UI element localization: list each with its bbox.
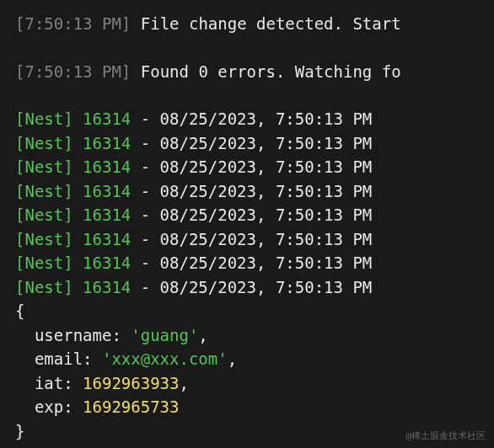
nest-sep: - xyxy=(131,109,159,128)
nest-timestamp: 08/25/2023, 7:50:13 PM xyxy=(160,109,373,128)
email-value: 'xxx@xxx.com' xyxy=(102,349,228,368)
nest-tag: [Nest] 16314 xyxy=(15,134,131,152)
nest-log-line: [Nest] 16314 - 08/25/2023, 7:50:13 PM xyxy=(15,203,487,227)
nest-timestamp: 08/25/2023, 7:50:13 PM xyxy=(160,253,373,272)
email-key: email: xyxy=(35,349,102,368)
object-email: email: 'xxx@xxx.com', xyxy=(15,347,487,371)
watcher-msg-1: File change detected. Start xyxy=(131,14,400,33)
blank-line xyxy=(15,83,487,107)
nest-timestamp: 08/25/2023, 7:50:13 PM xyxy=(160,205,373,224)
nest-log-container: [Nest] 16314 - 08/25/2023, 7:50:13 PM[Ne… xyxy=(15,107,487,299)
nest-sep: - xyxy=(131,182,159,200)
nest-timestamp: 08/25/2023, 7:50:13 PM xyxy=(160,157,373,176)
bracket-open: [ xyxy=(15,62,24,81)
bracket-close: ] xyxy=(121,62,131,81)
nest-tag: [Nest] 16314 xyxy=(15,230,131,248)
comma: , xyxy=(198,326,207,344)
object-iat: iat: 1692963933, xyxy=(15,371,487,396)
nest-tag: [Nest] 16314 xyxy=(15,253,131,272)
object-open: { xyxy=(15,299,487,323)
iat-key: iat: xyxy=(35,374,83,392)
nest-tag: [Nest] 16314 xyxy=(15,278,131,296)
nest-log-line: [Nest] 16314 - 08/25/2023, 7:50:13 PM xyxy=(15,275,487,300)
watcher-msg-2: Found 0 errors. Watching fo xyxy=(131,62,400,81)
nest-tag: [Nest] 16314 xyxy=(15,205,131,224)
nest-tag: [Nest] 16314 xyxy=(15,109,131,128)
exp-key: exp: xyxy=(35,397,83,416)
nest-log-line: [Nest] 16314 - 08/25/2023, 7:50:13 PM xyxy=(15,227,487,252)
bracket-close: ] xyxy=(121,14,131,33)
nest-sep: - xyxy=(131,157,159,176)
nest-sep: - xyxy=(131,205,159,224)
blank-line xyxy=(15,36,487,60)
watcher-line-1: [7:50:13 PM] File change detected. Start xyxy=(15,12,487,36)
nest-log-line: [Nest] 16314 - 08/25/2023, 7:50:13 PM xyxy=(15,179,487,204)
watcher-time-1: 7:50:13 PM xyxy=(24,14,121,33)
bracket-open: [ xyxy=(15,14,24,33)
watermark: @稀土掘金技术社区 xyxy=(405,429,486,444)
nest-sep: - xyxy=(131,230,159,248)
object-exp: exp: 1692965733 xyxy=(15,395,487,419)
nest-log-line: [Nest] 16314 - 08/25/2023, 7:50:13 PM xyxy=(15,155,487,179)
nest-sep: - xyxy=(131,253,159,272)
watcher-time-2: 7:50:13 PM xyxy=(24,62,121,81)
nest-tag: [Nest] 16314 xyxy=(15,157,131,176)
nest-sep: - xyxy=(131,134,159,152)
nest-sep: - xyxy=(131,278,159,296)
nest-tag: [Nest] 16314 xyxy=(15,182,131,200)
nest-timestamp: 08/25/2023, 7:50:13 PM xyxy=(160,134,373,152)
watcher-line-2: [7:50:13 PM] Found 0 errors. Watching fo xyxy=(15,60,487,84)
username-key: username: xyxy=(35,326,131,344)
nest-timestamp: 08/25/2023, 7:50:13 PM xyxy=(160,230,373,248)
exp-value: 1692965733 xyxy=(83,397,179,416)
nest-timestamp: 08/25/2023, 7:50:13 PM xyxy=(160,278,373,296)
comma: , xyxy=(228,349,237,368)
nest-log-line: [Nest] 16314 - 08/25/2023, 7:50:13 PM xyxy=(15,107,487,131)
nest-log-line: [Nest] 16314 - 08/25/2023, 7:50:13 PM xyxy=(15,251,487,275)
object-username: username: 'guang', xyxy=(15,323,487,348)
nest-timestamp: 08/25/2023, 7:50:13 PM xyxy=(160,182,373,200)
username-value: 'guang' xyxy=(131,326,198,344)
comma: , xyxy=(179,374,188,392)
nest-log-line: [Nest] 16314 - 08/25/2023, 7:50:13 PM xyxy=(15,131,487,156)
iat-value: 1692963933 xyxy=(83,374,179,392)
